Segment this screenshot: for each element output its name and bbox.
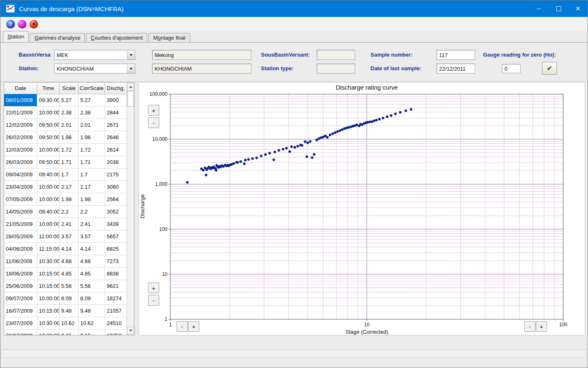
table-row[interactable]: 09/07/2009 10:00:00 8.09 8.09 18274 — [4, 292, 134, 305]
cell-corrscale[interactable]: 4.68 — [79, 255, 105, 268]
table-row[interactable]: 26/03/2009 09:50:00 1.71 1.71 2038 — [4, 156, 134, 169]
column-header-time[interactable]: Time — [37, 83, 60, 94]
cell-scale[interactable]: 2.38 — [60, 107, 79, 119]
chart-svg[interactable]: 1101001101001,00010,000100,000 — [139, 83, 585, 335]
cell-discharge[interactable]: 2564 — [105, 193, 127, 206]
cell-discharge[interactable]: 2646 — [105, 131, 127, 144]
cell-corrscale[interactable]: 2.17 — [79, 181, 105, 193]
cell-time[interactable]: 10:00:00 — [37, 144, 60, 156]
cell-corrscale[interactable]: 5.27 — [79, 94, 105, 107]
cell-scale[interactable]: 2.2 — [60, 206, 79, 218]
table-row[interactable]: 07/05/2009 10:00:00 1.98 1.98 2564 — [4, 193, 134, 206]
cell-date[interactable]: 28/05/2009 — [4, 230, 37, 243]
table-row[interactable]: 08/01/2009 09:30:00 5.27 5.27 3900 — [4, 94, 134, 107]
cell-date[interactable]: 18/06/2009 — [4, 268, 37, 280]
table-row[interactable]: 28/05/2009 11:00:00 3.57 3.57 5657 — [4, 230, 134, 243]
table-row[interactable]: 12/03/2009 10:00:00 1.72 1.72 2614 — [4, 144, 134, 156]
column-header-scale[interactable]: Scale — [60, 83, 79, 94]
x-zoom-out-right-button[interactable]: - — [524, 321, 535, 332]
cell-discharge[interactable]: 3052 — [105, 206, 127, 218]
tab-station[interactable]: Station — [3, 31, 29, 42]
table-row[interactable]: 18/06/2009 10:15:00 4.85 4.85 8838 — [4, 268, 134, 280]
cell-time[interactable]: 09:40:00 — [37, 169, 60, 181]
cell-scale[interactable]: 4.14 — [60, 243, 79, 255]
cell-date[interactable]: 11/06/2009 — [4, 255, 37, 268]
cell-scale[interactable]: 5.27 — [60, 94, 79, 107]
basin-combobox[interactable]: MEK — [54, 50, 135, 60]
cell-date[interactable]: 12/03/2009 — [4, 144, 37, 156]
cell-time[interactable]: 11:00:00 — [37, 230, 60, 243]
cell-date[interactable]: 09/04/2009 — [4, 169, 37, 181]
cell-discharge[interactable]: 6825 — [105, 243, 127, 255]
cell-time[interactable]: 09:50:00 — [37, 119, 60, 131]
cell-date[interactable]: 23/07/2009 — [4, 317, 37, 330]
table-row[interactable]: 21/05/2009 10:00:00 2.41 2.41 3439 — [4, 218, 134, 230]
cell-scale[interactable]: 1.7 — [60, 169, 79, 181]
cell-date[interactable]: 16/07/2009 — [4, 305, 37, 317]
cell-corrscale[interactable]: 9.15 — [79, 330, 105, 335]
cell-date[interactable]: 22/01/2009 — [4, 107, 37, 119]
cell-scale[interactable]: 9.15 — [60, 330, 79, 335]
cell-discharge[interactable]: 2038 — [105, 156, 127, 169]
cell-corrscale[interactable]: 4.85 — [79, 268, 105, 280]
table-row[interactable]: 12/02/2009 09:50:00 2.01 2.01 2671 — [4, 119, 134, 131]
y-zoom-out-top-button[interactable]: - — [148, 117, 159, 128]
table-row[interactable]: 25/06/2009 10:15:00 5.56 5.56 9621 — [4, 280, 134, 292]
cell-discharge[interactable]: 19758 — [105, 330, 127, 335]
cell-discharge[interactable]: 5657 — [105, 230, 127, 243]
cell-date[interactable]: 21/05/2009 — [4, 218, 37, 230]
cell-time[interactable]: 10:00:00 — [37, 181, 60, 193]
cell-corrscale[interactable]: 2.38 — [79, 107, 105, 119]
cell-corrscale[interactable]: 2.41 — [79, 218, 105, 230]
help-sphere-icon[interactable]: ? — [6, 20, 15, 28]
table-row[interactable]: 09/04/2009 09:40:00 1.7 1.7 2175 — [4, 169, 134, 181]
y-zoom-in-top-button[interactable]: + — [148, 105, 159, 116]
scroll-up-button[interactable] — [127, 83, 134, 91]
tab-montage-final[interactable]: Montage final — [148, 33, 190, 42]
cell-scale[interactable]: 10.62 — [60, 317, 79, 330]
sample-number-field[interactable]: 117 — [437, 50, 475, 60]
cell-corrscale[interactable]: 1.72 — [79, 144, 105, 156]
minimize-button[interactable] — [529, 0, 549, 17]
cell-scale[interactable]: 4.85 — [60, 268, 79, 280]
scroll-down-button[interactable] — [127, 327, 134, 335]
cell-date[interactable]: 09/07/2009 — [4, 292, 37, 305]
cell-corrscale[interactable]: 3.57 — [79, 230, 105, 243]
scrollbar-thumb[interactable] — [127, 91, 134, 107]
cell-corrscale[interactable]: 2.2 — [79, 206, 105, 218]
cell-discharge[interactable]: 2844 — [105, 107, 127, 119]
cell-time[interactable]: 10:00:00 — [37, 292, 60, 305]
cell-discharge[interactable]: 3060 — [105, 181, 127, 193]
table-row[interactable]: 30/07/2009 10:20:00 9.15 9.15 19758 — [4, 330, 134, 335]
cell-time[interactable]: 11:15:00 — [37, 243, 60, 255]
cell-discharge[interactable]: 24510 — [105, 317, 127, 330]
tab-courbes-ajustement[interactable]: Courbes d'ajustement — [86, 33, 147, 42]
cell-time[interactable]: 09:50:00 — [37, 156, 60, 169]
cell-corrscale[interactable]: 2.01 — [79, 119, 105, 131]
close-button[interactable]: ✕ — [568, 0, 588, 17]
cell-discharge[interactable]: 21057 — [105, 305, 127, 317]
cell-time[interactable]: 09:40:00 — [37, 206, 60, 218]
cell-date[interactable]: 14/05/2009 — [4, 206, 37, 218]
cell-discharge[interactable]: 2614 — [105, 144, 127, 156]
cell-date[interactable]: 25/06/2009 — [4, 280, 37, 292]
table-row[interactable]: 14/05/2009 09:40:00 2.2 2.2 3052 — [4, 206, 134, 218]
station-dropdown-button[interactable] — [127, 64, 135, 73]
cell-time[interactable]: 10:20:00 — [37, 330, 60, 335]
column-header-discharge[interactable]: Dischg, — [105, 83, 127, 94]
table-row[interactable]: 23/04/2009 10:00:00 2.17 2.17 3060 — [4, 181, 134, 193]
cell-date[interactable]: 26/03/2009 — [4, 156, 37, 169]
table-row[interactable]: 11/06/2009 10:30:00 4.68 4.68 7273 — [4, 255, 134, 268]
cell-discharge[interactable]: 2671 — [105, 119, 127, 131]
cell-time[interactable]: 10:30:00 — [37, 255, 60, 268]
cell-discharge[interactable]: 18274 — [105, 292, 127, 305]
cell-corrscale[interactable]: 1.7 — [79, 169, 105, 181]
x-zoom-in-right-button[interactable]: + — [536, 321, 547, 332]
last-sample-field[interactable]: 22/12/2011 — [437, 64, 475, 74]
cell-corrscale[interactable]: 1.71 — [79, 156, 105, 169]
cell-scale[interactable]: 4.68 — [60, 255, 79, 268]
cell-scale[interactable]: 2.41 — [60, 218, 79, 230]
apply-gauge-zero-button[interactable]: ✔ — [542, 62, 557, 75]
cell-discharge[interactable]: 2175 — [105, 169, 127, 181]
cell-discharge[interactable]: 3439 — [105, 218, 127, 230]
